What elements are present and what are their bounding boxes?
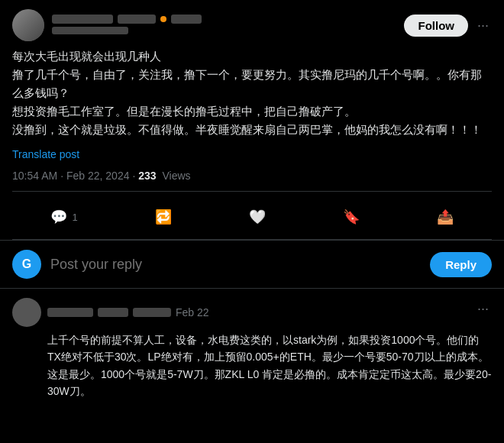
comment-container: Feb 22 ··· 上千个号的前提不算人工，设备，水电费这类的，以stark为… xyxy=(0,289,504,409)
comment-content: 上千个号的前提不算人工，设备，水电费这类的，以stark为例，如果投资1000个… xyxy=(47,331,492,400)
bookmark-action-button[interactable]: 🔖 xyxy=(338,204,364,230)
reply-submit-button[interactable]: Reply xyxy=(430,252,492,277)
reply-avatar: G xyxy=(12,250,41,279)
post-header: Follow ··· xyxy=(12,9,492,41)
handle-blur xyxy=(52,27,128,34)
share-icon: 📤 xyxy=(437,209,454,225)
comment-header: Feb 22 ··· xyxy=(12,298,492,327)
like-action-button[interactable]: 🤍 xyxy=(244,204,270,230)
comment-name-blur-1 xyxy=(47,308,93,317)
orange-dot xyxy=(160,16,166,22)
translate-link[interactable]: Translate post xyxy=(12,148,492,160)
post-views: 233 xyxy=(138,170,156,182)
reply-section: G Reply xyxy=(0,241,504,289)
name-blur-2 xyxy=(118,15,156,24)
user-info xyxy=(52,15,202,36)
name-blur-1 xyxy=(52,15,113,24)
avatar xyxy=(12,9,44,41)
post-actions: 💬 1 🔁 🤍 🔖 📤 xyxy=(12,201,492,240)
comment-name-blur-2 xyxy=(98,308,128,317)
comment-avatar xyxy=(12,298,41,327)
reply-action-button[interactable]: 💬 1 xyxy=(46,204,82,230)
content-line-4: 没撸到，这个就是垃圾。不值得做。半夜睡觉醒来扇自己两巴掌，他妈的我怎么没有啊！！… xyxy=(12,121,492,139)
content-line-1: 每次大毛出现就会出现几种人 xyxy=(12,47,492,66)
user-handle xyxy=(52,24,202,36)
post-date: Feb 22, 2024 xyxy=(66,170,130,182)
retweet-action-button[interactable]: 🔁 xyxy=(150,204,176,230)
comment-date: Feb 22 xyxy=(176,306,209,319)
post-header-left xyxy=(12,9,202,41)
user-name xyxy=(52,15,202,24)
bookmark-icon: 🔖 xyxy=(343,209,360,225)
post-container: Follow ··· 每次大毛出现就会出现几种人 撸了几千个号，自由了，关注我，… xyxy=(0,0,504,241)
reply-input[interactable] xyxy=(50,257,421,273)
name-blur-3 xyxy=(171,15,202,24)
header-right: Follow ··· xyxy=(404,15,492,37)
avatar-image xyxy=(12,9,44,41)
comment-header-left: Feb 22 xyxy=(12,298,209,327)
post-content: 每次大毛出现就会出现几种人 撸了几千个号，自由了，关注我，撸下一个，要更努力。其… xyxy=(12,47,492,139)
post-meta: 10:54 AM· Feb 22, 2024· 233 Views xyxy=(12,170,492,192)
comment-name-blur-3 xyxy=(133,308,171,317)
share-action-button[interactable]: 📤 xyxy=(432,204,458,230)
like-icon: 🤍 xyxy=(249,209,266,225)
content-line-3: 想投资撸毛工作室了。但是在漫长的撸毛过程中，把自己撸破产了。 xyxy=(12,102,492,121)
reply-count: 1 xyxy=(72,212,77,223)
comment-user-info: Feb 22 xyxy=(47,306,209,319)
more-options-button[interactable]: ··· xyxy=(474,15,492,37)
comment-more-button[interactable]: ··· xyxy=(474,298,492,320)
reply-icon: 💬 xyxy=(50,209,67,225)
retweet-icon: 🔁 xyxy=(155,209,172,225)
follow-button[interactable]: Follow xyxy=(404,15,468,37)
content-line-2: 撸了几千个号，自由了，关注我，撸下一个，要更努力。其实撸尼玛的几千个号啊。。你有… xyxy=(12,66,492,102)
post-time: 10:54 AM xyxy=(12,170,57,182)
post-views-label: Views xyxy=(162,170,190,182)
